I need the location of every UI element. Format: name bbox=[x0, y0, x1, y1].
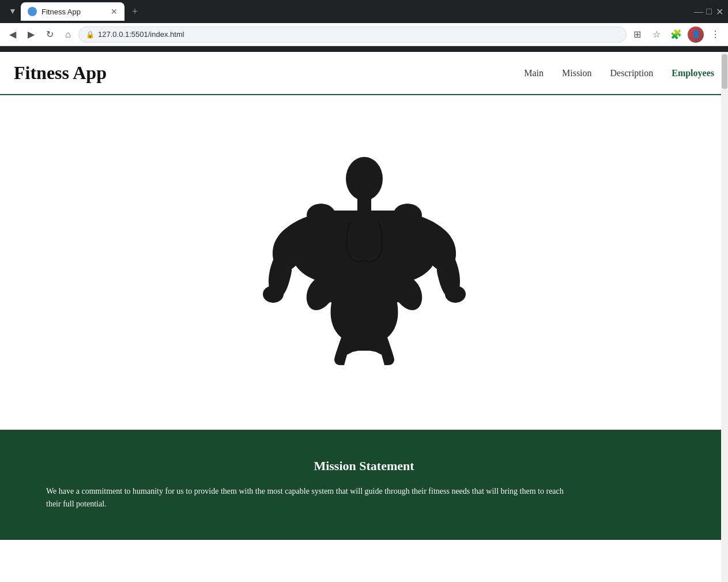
svg-point-0 bbox=[346, 157, 383, 201]
nav-link-main[interactable]: Main bbox=[524, 68, 544, 78]
website-content: Fitness App Main Mission Description Emp… bbox=[0, 52, 728, 540]
site-logo: Fitness App bbox=[14, 62, 524, 84]
mission-title: Mission Statement bbox=[46, 459, 682, 474]
address-bar[interactable]: 🔒 127.0.0.1:5501/index.html bbox=[78, 27, 627, 43]
nav-link-description[interactable]: Description bbox=[610, 68, 654, 78]
browser-nav-bar: ◀ ▶ ↻ ⌂ 🔒 127.0.0.1:5501/index.html ⊞ ☆ … bbox=[0, 23, 728, 46]
nav-link-mission[interactable]: Mission bbox=[562, 68, 592, 78]
home-button[interactable]: ⌂ bbox=[60, 27, 76, 43]
recent-tabs-button[interactable]: ▼ bbox=[5, 3, 21, 20]
hero-section bbox=[0, 95, 728, 430]
site-nav: Fitness App Main Mission Description Emp… bbox=[0, 52, 728, 95]
forward-button[interactable]: ▶ bbox=[23, 27, 39, 43]
window-controls: — □ ✕ bbox=[695, 7, 723, 16]
secure-icon: 🔒 bbox=[86, 31, 95, 39]
svg-point-2 bbox=[263, 286, 284, 303]
minimize-button[interactable]: — bbox=[695, 7, 703, 16]
extensions-icon[interactable]: 🧩 bbox=[668, 27, 684, 43]
menu-icon[interactable]: ⋮ bbox=[707, 27, 723, 43]
nav-link-employees[interactable]: Employees bbox=[672, 68, 714, 78]
browser-toolbar-right: ⊞ ☆ 🧩 👤 ⋮ bbox=[629, 27, 723, 43]
svg-rect-1 bbox=[357, 198, 371, 211]
svg-point-5 bbox=[393, 204, 422, 227]
scrollbar-thumb[interactable] bbox=[722, 54, 727, 89]
tab-title: Fitness App bbox=[42, 7, 106, 16]
reload-button[interactable]: ↻ bbox=[42, 27, 58, 43]
url-text: 127.0.0.1:5501/index.html bbox=[98, 30, 184, 39]
browser-title-bar: ▼ Fitness App ✕ + — □ ✕ bbox=[0, 0, 728, 23]
mission-text: We have a commitment to humanity for us … bbox=[46, 485, 565, 511]
browser-chrome: ▼ Fitness App ✕ + — □ ✕ ◀ ▶ ↻ ⌂ 🔒 127.0.… bbox=[0, 0, 728, 52]
bodybuilder-icon bbox=[243, 147, 485, 366]
tab-close-button[interactable]: ✕ bbox=[111, 7, 118, 16]
scrollbar-track[interactable] bbox=[721, 52, 728, 582]
maximize-button[interactable]: □ bbox=[705, 7, 713, 16]
new-tab-button[interactable]: + bbox=[127, 3, 143, 20]
back-button[interactable]: ◀ bbox=[5, 27, 21, 43]
nav-links: Main Mission Description Employees bbox=[524, 68, 714, 78]
tab-favicon bbox=[28, 7, 37, 16]
browser-tab[interactable]: Fitness App ✕ bbox=[21, 2, 125, 21]
mission-section: Mission Statement We have a commitment t… bbox=[0, 430, 728, 540]
profile-icon[interactable]: 👤 bbox=[688, 27, 704, 43]
svg-point-3 bbox=[445, 286, 466, 303]
bookmark-icon[interactable]: ☆ bbox=[648, 27, 665, 43]
translate-icon[interactable]: ⊞ bbox=[629, 27, 645, 43]
close-window-button[interactable]: ✕ bbox=[715, 7, 723, 16]
svg-point-4 bbox=[307, 204, 335, 227]
